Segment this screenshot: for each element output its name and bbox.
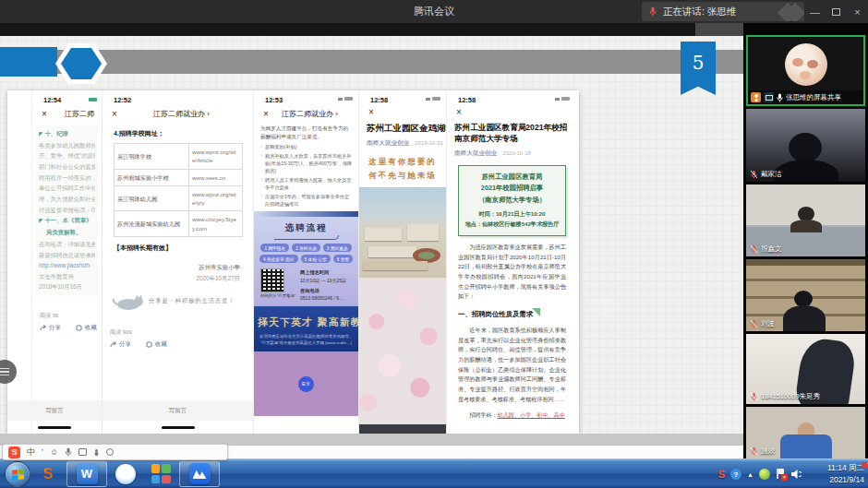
text-line: 开、竞争、择优”的原则 [39, 150, 95, 161]
participant-name: 殷鑫文 [761, 244, 782, 254]
comment-input[interactable]: 写留言 [7, 400, 102, 421]
article-source[interactable]: 江苏二师就业办 › [269, 109, 351, 119]
ecard-logo: E卡 [298, 376, 314, 392]
close-icon[interactable]: × [456, 109, 462, 116]
tray-help-icon[interactable]: ? [730, 469, 741, 480]
school-url: www.clxcyey.5tyey.com [189, 211, 243, 237]
process-steps: 1 网申报名 2 资料筛选 3 测试遴选 4 资格复审·面试 5 体检·公示 6… [258, 244, 355, 263]
share-button[interactable]: 分享 [40, 324, 61, 332]
action-center-flag-icon[interactable]: × [776, 469, 786, 480]
voice-input-icon[interactable] [65, 447, 72, 457]
window-controls: — × [804, 0, 868, 23]
slide-content-card: 12:54 × 江苏二师 ◤ 十、纪律 各类参加幼儿园教师招聘 开、竞争、择优”… [7, 90, 579, 434]
home-indicator [38, 426, 71, 429]
calligraphy-slogan: 择天下英才 聚高新教育 [258, 315, 355, 329]
windows-flag-icon [12, 469, 24, 480]
account-name[interactable]: 南师大就业创业 [367, 139, 409, 148]
article-title: 苏州工业园区教育局2021年校招南京师范大学专场 [447, 119, 575, 145]
punctuation-icon[interactable]: ’ [42, 448, 43, 457]
participant-tile[interactable]: 施姣 [746, 407, 865, 458]
participant-tile-screenshare[interactable]: 张思维的屏幕共享 [746, 35, 865, 106]
read-count: 阅读 95 [32, 309, 102, 320]
participants-sidebar: 张思维的屏幕共享 戴家洁 殷鑫文 刘 [743, 23, 868, 458]
process-title: 选聘流程 [258, 222, 355, 234]
section-marker-icon: ◤ [39, 131, 43, 137]
participant-name: 戴家洁 [761, 170, 782, 179]
participant-tile[interactable]: 戴家洁 [746, 109, 865, 182]
close-icon[interactable]: × [368, 109, 374, 116]
article-title: 苏州工业园区金鸡湖学 [359, 119, 446, 135]
bullet-item: ○购房补贴及人才政策，乐享苏州市相关补贴(年薪15-30万/人，购房400万/套… [254, 150, 358, 174]
subject-links[interactable]: 幼儿园、小学、初中、高中 [498, 411, 565, 418]
bullet-item: ○应届毕业3年内，可报名参加事业单位定向招聘进编考试 [254, 191, 358, 208]
participant-tile[interactable]: 刘波 [746, 259, 865, 331]
article-link[interactable]: http://www.jiaoshizh [39, 260, 95, 271]
taskbar-browser[interactable] [109, 461, 142, 487]
text-line: 咨询电话：详细请见各 [39, 239, 95, 250]
tray-security-icon[interactable] [759, 469, 770, 480]
taskbar-sogou-browser[interactable]: S [31, 461, 65, 487]
status-icons [338, 97, 353, 101]
text-line: 单位公开招聘工作中纪 [39, 183, 95, 194]
text-line: 各类参加幼儿园教师招聘 [39, 140, 95, 151]
toolbox-icon[interactable] [106, 448, 114, 456]
article-source[interactable]: 江苏二师就业办 › [117, 109, 246, 119]
phone-screenshot-5: 12:58 × 苏州工业园区教育局2021年校招南京师范大学专场 南师大就业创业… [447, 90, 575, 434]
phone-screenshot-3: 12:53 × 江苏二师就业办 › 为网罗人才搭建平台，打造有竞争力的薪酬福利申… [254, 90, 359, 434]
bullet-item: ○聘用人员工资待遇纳入统筹，纳入全员竞争平台选拔 [254, 174, 358, 191]
share-button[interactable]: 分享 [110, 340, 131, 349]
notification-badge [862, 462, 867, 468]
minimize-button[interactable]: — [804, 0, 826, 23]
step-pill: 5 体检·公示 [301, 255, 331, 263]
emoji-icon[interactable]: ☺ [50, 448, 58, 457]
start-button[interactable] [5, 461, 30, 487]
taskbar-tencent-meeting[interactable] [179, 461, 220, 487]
underline-swoosh [274, 235, 339, 240]
presented-window-topbar [0, 23, 743, 36]
phone-screenshot-2: 12:52 × 江苏二师就业办 › 4.招聘学校网址： 吴江明珠学校 www.w… [102, 90, 254, 434]
chinese-mode-icon[interactable]: 中 [27, 448, 35, 457]
school-name: 吴江明珠幼儿园 [115, 185, 189, 211]
text-line: 付设监督举报电话：05 [39, 205, 95, 216]
taskbar-clock[interactable]: 11:14 周二 2021/9/14 [805, 462, 864, 486]
participant-tile[interactable]: 殷鑫文 [746, 184, 865, 256]
ime-toolbar[interactable]: S 中 ’ ☺ [2, 444, 228, 460]
account-name[interactable]: 南师大就业创业 [454, 149, 497, 158]
favorite-button[interactable]: 收藏 [76, 324, 97, 332]
corner-mark [532, 308, 540, 316]
step-pill: 1 网申报名 [260, 244, 289, 252]
volume-icon[interactable] [791, 470, 802, 479]
taskbar-app-grid[interactable] [144, 461, 177, 487]
skin-icon[interactable] [93, 449, 100, 456]
school-url: www.xees.cn [189, 169, 243, 185]
sogou-logo-icon[interactable]: S [8, 446, 20, 458]
article-body: ◤ 十、纪律 各类参加幼儿园教师招聘 开、竞争、择优”的原则 部门和社会公众的监… [36, 125, 98, 296]
watermark-logo [591, 300, 606, 318]
participant-tile[interactable]: 1841510009朱延秀 [746, 334, 865, 404]
school-name: 苏州沧浪新城实验幼儿园 [115, 211, 189, 237]
keyboard-icon[interactable] [78, 448, 87, 456]
mic-icon [649, 6, 657, 17]
blossom-photo [359, 278, 446, 424]
bullet-item: ○超额奖励(补贴) [254, 141, 358, 150]
tray-expand-icon[interactable]: ▲ [747, 471, 753, 478]
mic-muted-icon [750, 170, 758, 179]
participant-name: 刘波 [761, 319, 775, 328]
favorite-button[interactable]: 收藏 [146, 340, 167, 349]
signup-info: 网上报名时间10月10日 — 10月25日 咨询电话0512-58050246 … [300, 268, 346, 302]
qr-caption: 扫码关注“引才海选” [260, 293, 295, 298]
slide-header-accent [0, 47, 57, 77]
maximize-button[interactable] [826, 0, 847, 23]
sogou-browser-icon: S [43, 466, 54, 482]
section-marker-icon: ◤ [39, 218, 43, 223]
cat-illustration [110, 291, 149, 311]
slogan-line: 何不先与她来场 [359, 169, 446, 183]
comment-input[interactable]: 写留言 [102, 400, 253, 421]
tray-sogou-icon[interactable]: S [718, 469, 725, 480]
banner-subtext: 欢迎优秀应届毕业生关注高新区教师招考资讯微信，“引才惠鉴”或登录苏州高新区人才网… [258, 333, 355, 346]
taskbar-wps[interactable]: W [66, 461, 107, 487]
step-pill: 3 测试遴选 [323, 244, 352, 252]
text-line: 理，为方便群众和社会 [39, 194, 95, 205]
close-button[interactable]: × [847, 0, 868, 23]
school-name: 苏州相城实验小学校 [115, 169, 189, 185]
